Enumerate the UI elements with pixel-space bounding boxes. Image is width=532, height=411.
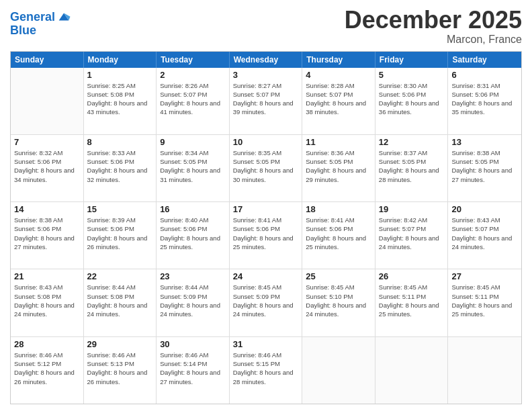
calendar-cell: 9Sunrise: 8:34 AMSunset: 5:05 PMDaylight…: [157, 135, 230, 201]
calendar-cell: 30Sunrise: 8:46 AMSunset: 5:14 PMDayligh…: [157, 337, 230, 404]
cell-info: Sunrise: 8:38 AMSunset: 5:05 PMDaylight:…: [451, 148, 518, 184]
cell-info: Sunrise: 8:46 AMSunset: 5:14 PMDaylight:…: [160, 351, 226, 386]
day-number: 9: [160, 137, 226, 147]
cell-info: Sunrise: 8:41 AMSunset: 5:06 PMDaylight:…: [306, 216, 371, 251]
day-number: 14: [14, 204, 80, 214]
day-number: 12: [379, 137, 445, 147]
day-number: 2: [160, 70, 226, 80]
day-number: 18: [306, 204, 371, 214]
weekday-header: Saturday: [448, 52, 521, 68]
cell-info: Sunrise: 8:43 AMSunset: 5:07 PMDaylight:…: [451, 216, 518, 251]
calendar-cell: 6Sunrise: 8:31 AMSunset: 5:06 PMDaylight…: [448, 68, 521, 134]
calendar-cell: 1Sunrise: 8:25 AMSunset: 5:08 PMDaylight…: [84, 68, 157, 134]
cell-info: Sunrise: 8:35 AMSunset: 5:05 PMDaylight:…: [233, 148, 299, 184]
calendar-cell: 8Sunrise: 8:33 AMSunset: 5:06 PMDaylight…: [84, 135, 157, 201]
weekday-header: Sunday: [11, 52, 84, 68]
calendar-cell: 25Sunrise: 8:45 AMSunset: 5:10 PMDayligh…: [302, 269, 375, 336]
calendar-row: 14Sunrise: 8:38 AMSunset: 5:06 PMDayligh…: [11, 202, 521, 269]
calendar-cell: 13Sunrise: 8:38 AMSunset: 5:05 PMDayligh…: [448, 135, 521, 201]
weekday-header: Friday: [375, 52, 449, 68]
calendar-cell: 22Sunrise: 8:44 AMSunset: 5:08 PMDayligh…: [84, 269, 157, 336]
day-number: 6: [451, 70, 518, 80]
day-number: 26: [379, 271, 445, 281]
calendar-cell: 11Sunrise: 8:36 AMSunset: 5:05 PMDayligh…: [302, 135, 375, 201]
cell-info: Sunrise: 8:44 AMSunset: 5:09 PMDaylight:…: [160, 283, 226, 318]
cell-info: Sunrise: 8:42 AMSunset: 5:07 PMDaylight:…: [379, 216, 445, 251]
calendar-cell: [302, 337, 375, 404]
cell-info: Sunrise: 8:27 AMSunset: 5:07 PMDaylight:…: [233, 81, 299, 117]
cell-info: Sunrise: 8:45 AMSunset: 5:11 PMDaylight:…: [379, 283, 445, 318]
calendar-cell: [11, 68, 84, 134]
day-number: 23: [160, 271, 226, 281]
weekday-header: Wednesday: [230, 52, 303, 68]
weekday-header: Monday: [84, 52, 157, 68]
day-number: 27: [451, 271, 518, 281]
calendar-cell: 15Sunrise: 8:39 AMSunset: 5:06 PMDayligh…: [84, 202, 157, 269]
calendar-cell: 27Sunrise: 8:45 AMSunset: 5:11 PMDayligh…: [448, 269, 521, 336]
calendar-cell: 10Sunrise: 8:35 AMSunset: 5:05 PMDayligh…: [230, 135, 303, 201]
page: General Blue December 2025 Marcon, Franc…: [0, 0, 532, 411]
day-number: 5: [379, 70, 445, 80]
calendar-cell: 18Sunrise: 8:41 AMSunset: 5:06 PMDayligh…: [302, 202, 375, 269]
calendar-cell: 31Sunrise: 8:46 AMSunset: 5:15 PMDayligh…: [230, 337, 303, 404]
cell-info: Sunrise: 8:36 AMSunset: 5:05 PMDaylight:…: [306, 148, 371, 184]
cell-info: Sunrise: 8:37 AMSunset: 5:05 PMDaylight:…: [379, 148, 445, 184]
calendar-cell: 21Sunrise: 8:43 AMSunset: 5:08 PMDayligh…: [11, 269, 84, 336]
day-number: 19: [379, 204, 445, 214]
cell-info: Sunrise: 8:32 AMSunset: 5:06 PMDaylight:…: [14, 148, 80, 184]
logo-icon: [56, 9, 71, 24]
title-block: December 2025 Marcon, France: [345, 7, 522, 46]
day-number: 13: [451, 137, 518, 147]
cell-info: Sunrise: 8:25 AMSunset: 5:08 PMDaylight:…: [87, 81, 153, 117]
cell-info: Sunrise: 8:39 AMSunset: 5:06 PMDaylight:…: [87, 216, 153, 251]
calendar-cell: [448, 337, 521, 404]
calendar-cell: 19Sunrise: 8:42 AMSunset: 5:07 PMDayligh…: [375, 202, 449, 269]
day-number: 3: [233, 70, 299, 80]
calendar-cell: 7Sunrise: 8:32 AMSunset: 5:06 PMDaylight…: [11, 135, 84, 201]
day-number: 30: [160, 339, 226, 349]
calendar-cell: 5Sunrise: 8:30 AMSunset: 5:06 PMDaylight…: [375, 68, 449, 134]
calendar-row: 21Sunrise: 8:43 AMSunset: 5:08 PMDayligh…: [11, 269, 521, 336]
cell-info: Sunrise: 8:40 AMSunset: 5:06 PMDaylight:…: [160, 216, 226, 251]
day-number: 22: [87, 271, 153, 281]
logo: General Blue: [10, 9, 71, 36]
weekday-header: Thursday: [302, 52, 375, 68]
calendar-cell: [375, 337, 449, 404]
day-number: 1: [87, 70, 153, 80]
cell-info: Sunrise: 8:46 AMSunset: 5:15 PMDaylight:…: [233, 351, 299, 386]
cell-info: Sunrise: 8:38 AMSunset: 5:06 PMDaylight:…: [14, 216, 80, 251]
cell-info: Sunrise: 8:31 AMSunset: 5:06 PMDaylight:…: [451, 81, 518, 117]
cell-info: Sunrise: 8:26 AMSunset: 5:07 PMDaylight:…: [160, 81, 226, 117]
header: General Blue December 2025 Marcon, Franc…: [10, 7, 522, 46]
day-number: 17: [233, 204, 299, 214]
calendar-row: 1Sunrise: 8:25 AMSunset: 5:08 PMDaylight…: [11, 68, 521, 135]
calendar-cell: 12Sunrise: 8:37 AMSunset: 5:05 PMDayligh…: [375, 135, 449, 201]
cell-info: Sunrise: 8:44 AMSunset: 5:08 PMDaylight:…: [87, 283, 153, 318]
location: Marcon, France: [345, 34, 522, 46]
cell-info: Sunrise: 8:33 AMSunset: 5:06 PMDaylight:…: [87, 148, 153, 184]
cell-info: Sunrise: 8:43 AMSunset: 5:08 PMDaylight:…: [14, 283, 80, 318]
calendar-cell: 14Sunrise: 8:38 AMSunset: 5:06 PMDayligh…: [11, 202, 84, 269]
calendar-cell: 26Sunrise: 8:45 AMSunset: 5:11 PMDayligh…: [375, 269, 449, 336]
calendar-cell: 3Sunrise: 8:27 AMSunset: 5:07 PMDaylight…: [230, 68, 303, 134]
day-number: 29: [87, 339, 153, 349]
cell-info: Sunrise: 8:34 AMSunset: 5:05 PMDaylight:…: [160, 148, 226, 184]
day-number: 11: [306, 137, 371, 147]
logo-blue: Blue: [10, 24, 71, 36]
calendar-row: 28Sunrise: 8:46 AMSunset: 5:12 PMDayligh…: [11, 337, 521, 404]
day-number: 10: [233, 137, 299, 147]
cell-info: Sunrise: 8:45 AMSunset: 5:11 PMDaylight:…: [451, 283, 518, 318]
calendar-row: 7Sunrise: 8:32 AMSunset: 5:06 PMDaylight…: [11, 135, 521, 202]
calendar-cell: 17Sunrise: 8:41 AMSunset: 5:06 PMDayligh…: [230, 202, 303, 269]
day-number: 31: [233, 339, 299, 349]
day-number: 8: [87, 137, 153, 147]
day-number: 20: [451, 204, 518, 214]
day-number: 25: [306, 271, 371, 281]
day-number: 21: [14, 271, 80, 281]
cell-info: Sunrise: 8:46 AMSunset: 5:13 PMDaylight:…: [87, 351, 153, 386]
cell-info: Sunrise: 8:30 AMSunset: 5:06 PMDaylight:…: [379, 81, 445, 117]
cell-info: Sunrise: 8:45 AMSunset: 5:09 PMDaylight:…: [233, 283, 299, 318]
day-number: 7: [14, 137, 80, 147]
calendar-cell: 4Sunrise: 8:28 AMSunset: 5:07 PMDaylight…: [302, 68, 375, 134]
cell-info: Sunrise: 8:41 AMSunset: 5:06 PMDaylight:…: [233, 216, 299, 251]
